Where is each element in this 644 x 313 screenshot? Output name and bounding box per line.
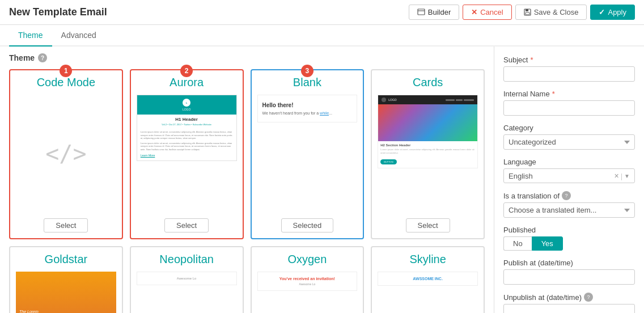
goldstar-text: The Lorem bbox=[19, 310, 39, 313]
templates-grid-row2: Goldstar The Lorem Neopolitan Awesome Lo bbox=[9, 246, 485, 313]
cancel-icon: ✕ bbox=[471, 8, 477, 16]
template-preview-aurora: L LOGO H1 Header Vol.2 • Oct 27, 2017 • … bbox=[137, 95, 237, 213]
template-card-aurora[interactable]: 2 Aurora L LOGO H1 Header Vol.2 • Oct 27… bbox=[130, 69, 244, 239]
language-field[interactable]: English × | ▼ bbox=[503, 168, 635, 183]
template-card-skyline[interactable]: Skyline AWSSOME INC. bbox=[371, 246, 485, 313]
aurora-logo-text: LOGO bbox=[141, 108, 233, 111]
apply-icon: ✓ bbox=[599, 8, 605, 16]
select-button-cards[interactable]: Select bbox=[406, 218, 450, 232]
category-select[interactable]: Uncategorized bbox=[503, 134, 635, 150]
aurora-meta: Vol.2 • Oct 27, 2017 • Twitter • Subscri… bbox=[139, 123, 234, 126]
select-button-code-mode[interactable]: Select bbox=[44, 218, 88, 232]
template-preview-blank: Hello there! We haven't heard from you f… bbox=[257, 95, 358, 213]
template-title-blank: Blank bbox=[293, 76, 321, 89]
internal-name-input[interactable] bbox=[503, 100, 635, 116]
publish-at-input[interactable] bbox=[503, 269, 635, 285]
badge-3: 3 bbox=[301, 65, 313, 77]
template-card-oxygen[interactable]: Oxygen You've received an invitation! Aw… bbox=[251, 246, 365, 313]
template-title-code-mode: Code Mode bbox=[37, 76, 95, 89]
template-preview-skyline: AWSSOME INC. bbox=[378, 272, 478, 313]
template-card-goldstar[interactable]: Goldstar The Lorem bbox=[9, 246, 123, 313]
theme-section-label: Theme ? bbox=[9, 53, 485, 62]
subject-label: Subject * bbox=[503, 56, 635, 64]
aurora-h1: H1 Header bbox=[139, 117, 234, 122]
unpublish-at-field-group: Unpublish at (date/time) ? bbox=[503, 293, 635, 313]
header-actions: Builder ✕ Cancel Save & Close ✓ Apply bbox=[409, 5, 635, 20]
badge-2: 2 bbox=[180, 65, 193, 77]
template-title-skyline: Skyline bbox=[409, 253, 446, 266]
internal-name-field-group: Internal Name * bbox=[503, 90, 635, 116]
template-card-cards[interactable]: Cards LOGO bbox=[371, 69, 485, 239]
main-content: Theme ? 1 Code Mode </> Select 2 bbox=[0, 46, 644, 313]
unpublish-at-input[interactable] bbox=[503, 304, 635, 313]
translation-help-icon[interactable]: ? bbox=[562, 191, 571, 200]
template-title-aurora: Aurora bbox=[170, 76, 204, 89]
select-button-aurora[interactable]: Select bbox=[164, 218, 209, 232]
template-card-neopolitan[interactable]: Neopolitan Awesome Lo bbox=[130, 246, 244, 313]
publish-at-field-group: Publish at (date/time) bbox=[503, 259, 635, 285]
template-card-blank[interactable]: 3 Blank Hello there! We haven't heard fr… bbox=[251, 69, 365, 239]
translation-label: Is a translation of ? bbox=[503, 191, 635, 200]
publish-at-label: Publish at (date/time) bbox=[503, 259, 635, 267]
subject-field-group: Subject * bbox=[503, 56, 635, 82]
svg-rect-0 bbox=[418, 9, 425, 15]
left-panel: Theme ? 1 Code Mode </> Select 2 bbox=[0, 46, 494, 313]
template-preview-neopolitan: Awesome Lo bbox=[137, 272, 237, 313]
template-preview-oxygen: You've received an invitation! Awesome L… bbox=[257, 272, 358, 313]
category-field-group: Category Uncategorized bbox=[503, 124, 635, 150]
template-title-oxygen: Oxygen bbox=[287, 253, 327, 266]
right-panel: Subject * Internal Name * Category Uncat… bbox=[494, 46, 644, 313]
published-yes-button[interactable]: Yes bbox=[532, 236, 563, 251]
language-clear-icon[interactable]: × bbox=[615, 171, 619, 180]
skyline-logo: AWSSOME INC. bbox=[383, 277, 473, 281]
svg-rect-3 bbox=[526, 9, 528, 11]
oxygen-title: You've received an invitation! bbox=[262, 277, 353, 281]
tab-advanced[interactable]: Advanced bbox=[52, 25, 105, 46]
save-close-button[interactable]: Save & Close bbox=[515, 5, 587, 20]
blank-text: We haven't heard from you for a while... bbox=[262, 111, 353, 115]
select-button-blank[interactable]: Selected bbox=[281, 218, 334, 232]
template-card-code-mode[interactable]: 1 Code Mode </> Select bbox=[9, 69, 123, 239]
apply-button[interactable]: ✓ Apply bbox=[590, 5, 635, 20]
aurora-cta: Learn More bbox=[141, 154, 233, 157]
published-toggle: No Yes bbox=[503, 236, 635, 251]
theme-help-icon[interactable]: ? bbox=[38, 53, 47, 62]
unpublish-help-icon[interactable]: ? bbox=[584, 293, 593, 302]
translation-field-group: Is a translation of ? Choose a translate… bbox=[503, 191, 635, 218]
blank-hello: Hello there! bbox=[262, 102, 353, 108]
oxygen-text: Awesome Lo bbox=[262, 282, 353, 286]
builder-icon bbox=[417, 9, 425, 16]
published-no-button[interactable]: No bbox=[503, 236, 532, 251]
cards-section-header: H2 Section Header bbox=[380, 143, 475, 147]
template-preview-cards: LOGO H2 Section Header Lorem ips bbox=[378, 95, 478, 213]
page-title: New Template Email bbox=[9, 6, 107, 18]
language-value: English bbox=[509, 172, 615, 180]
cards-logo: LOGO bbox=[388, 98, 396, 101]
language-dropdown-icon[interactable]: ▼ bbox=[624, 173, 630, 179]
language-separator: | bbox=[621, 172, 622, 180]
unpublish-at-label: Unpublish at (date/time) ? bbox=[503, 293, 635, 302]
subject-input[interactable] bbox=[503, 66, 635, 82]
cancel-button[interactable]: ✕ Cancel bbox=[463, 5, 511, 20]
save-icon bbox=[524, 9, 531, 16]
template-preview-code-mode: </> bbox=[16, 95, 116, 213]
tab-theme[interactable]: Theme bbox=[9, 25, 52, 46]
internal-name-required: * bbox=[552, 90, 555, 98]
language-label: Language bbox=[503, 158, 635, 166]
category-label: Category bbox=[503, 124, 635, 132]
published-label: Published bbox=[503, 226, 635, 234]
app-header: New Template Email Builder ✕ Cancel Save… bbox=[0, 0, 644, 25]
template-title-neopolitan: Neopolitan bbox=[159, 253, 214, 266]
aurora-body2: Lorem ipsum dolor sit amet, consectetur … bbox=[141, 142, 233, 151]
template-title-cards: Cards bbox=[413, 76, 443, 89]
translation-select[interactable]: Choose a translated item... bbox=[503, 202, 635, 218]
template-preview-goldstar: The Lorem bbox=[16, 272, 116, 313]
svg-rect-4 bbox=[526, 12, 529, 15]
template-title-goldstar: Goldstar bbox=[45, 253, 88, 266]
templates-grid-row1: 1 Code Mode </> Select 2 Aurora L bbox=[9, 69, 485, 239]
aurora-body1: Lorem ipsum dolor sit amet, consectetur … bbox=[141, 130, 233, 140]
builder-button[interactable]: Builder bbox=[409, 5, 459, 20]
subject-required: * bbox=[530, 56, 533, 64]
neopolitan-text: Awesome Lo bbox=[142, 277, 232, 280]
code-icon: </> bbox=[45, 141, 86, 167]
